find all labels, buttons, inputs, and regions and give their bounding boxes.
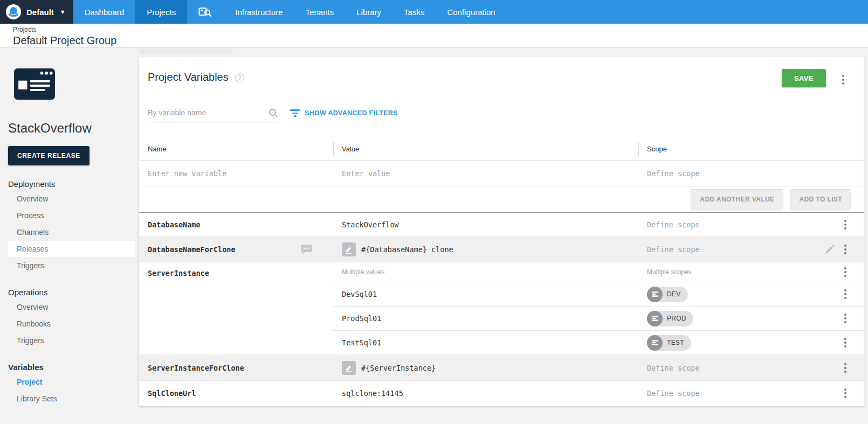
bound-value-icon <box>342 361 356 375</box>
value-row-devsql01: DevSql01 DEV <box>333 282 864 306</box>
nav-item-library[interactable]: Library <box>345 0 392 24</box>
variable-row-databasenameforclone: DatabaseNameForClone #{D <box>139 237 864 262</box>
nav-search-button[interactable] <box>187 0 224 24</box>
new-variable-scope-input[interactable] <box>647 169 796 178</box>
value-row-testsql01: TestSql01 TEST <box>333 330 864 355</box>
variable-value[interactable]: StackOverflow <box>342 220 399 229</box>
overflow-menu-button[interactable] <box>840 72 846 87</box>
sidebar-item-releases[interactable]: Releases <box>8 241 135 257</box>
scope-chip-label: PROD <box>667 315 686 322</box>
create-release-button[interactable]: CREATE RELEASE <box>8 146 89 165</box>
nav-item-tenants[interactable]: Tenants <box>294 0 346 24</box>
page-body: StackOverflow CREATE RELEASE Deployments… <box>0 47 868 424</box>
new-variable-row <box>139 161 864 186</box>
environment-icon <box>647 311 663 326</box>
variable-name[interactable]: SqlCloneUrl <box>148 389 196 398</box>
define-scope-link[interactable]: Define scope <box>647 245 700 254</box>
add-to-list-button[interactable]: ADD TO LIST <box>790 189 851 210</box>
help-icon[interactable]: ? <box>235 73 244 82</box>
define-scope-link[interactable]: Define scope <box>647 389 700 398</box>
column-header-name: Name <box>139 145 333 153</box>
variable-value[interactable]: ProdSql01 <box>342 314 381 323</box>
multiple-scopes-note: Multiple scopes <box>647 268 692 276</box>
space-switcher[interactable]: Default ▼ <box>0 0 73 24</box>
variable-value[interactable]: #{DatabaseName}_clone <box>361 245 453 254</box>
variable-row-databasename: DatabaseName StackOverflow Define scope <box>139 212 864 237</box>
sidebar-item-deployments-overview[interactable]: Overview <box>8 191 135 207</box>
column-divider <box>333 142 334 156</box>
show-advanced-filters-link[interactable]: SHOW ADVANCED FILTERS <box>290 109 398 117</box>
breadcrumb-bar: Projects Default Project Group <box>0 24 868 47</box>
nav-item-tasks[interactable]: Tasks <box>392 0 436 24</box>
nav-items: Dashboard Projects Infrastructure Tenant… <box>73 0 507 24</box>
project-sidebar: StackOverflow CREATE RELEASE Deployments… <box>0 47 139 407</box>
card-header: Project Variables ? SAVE <box>139 57 864 105</box>
section-title: Project Variables <box>148 71 229 84</box>
row-menu-button[interactable] <box>842 360 849 376</box>
variable-search-input[interactable] <box>148 105 279 122</box>
variable-row-serverinstance: ServerInstance Multiple values Multiple … <box>139 262 864 355</box>
row-menu-button[interactable] <box>842 265 849 280</box>
space-name-label: Default <box>26 8 54 17</box>
sidebar-section-deployments: Deployments <box>8 179 135 189</box>
row-menu-button[interactable] <box>842 311 849 326</box>
sidebar-item-operations-overview[interactable]: Overview <box>8 299 135 315</box>
sidebar-item-runbooks[interactable]: Runbooks <box>8 316 135 332</box>
project-name: StackOverflow <box>8 121 135 136</box>
sidebar-item-channels[interactable]: Channels <box>8 224 135 240</box>
define-scope-link[interactable]: Define scope <box>647 364 700 372</box>
row-menu-button[interactable] <box>842 217 849 233</box>
variable-name[interactable]: ServerInstanceForClone <box>148 364 244 372</box>
filter-row: SHOW ADVANCED FILTERS <box>139 105 864 137</box>
comment-icon[interactable] <box>300 244 313 255</box>
variable-value[interactable]: TestSql01 <box>342 338 381 347</box>
environment-icon <box>647 335 663 351</box>
edit-pencil-icon[interactable] <box>824 245 835 255</box>
search-icon <box>268 108 278 118</box>
page-title: Default Project Group <box>13 34 868 47</box>
sidebar-item-project-variables[interactable]: Project <box>8 374 135 390</box>
project-logo-icon <box>14 67 55 101</box>
add-buttons-row: ADD ANOTHER VALUE ADD TO LIST <box>139 186 864 212</box>
nav-item-dashboard[interactable]: Dashboard <box>73 0 135 24</box>
column-divider <box>638 142 639 156</box>
bound-value-icon <box>342 242 356 256</box>
sidebar-item-process[interactable]: Process <box>8 207 135 224</box>
save-button[interactable]: SAVE <box>782 69 826 87</box>
nav-item-configuration[interactable]: Configuration <box>436 0 506 24</box>
scope-chip-dev[interactable]: DEV <box>647 287 688 302</box>
variable-value[interactable]: sqlclone:14145 <box>342 389 403 398</box>
octopus-logo-icon <box>5 4 22 20</box>
variable-name[interactable]: DatabaseNameForClone <box>148 245 236 254</box>
column-header-value: Value <box>333 145 638 153</box>
scope-chip-test[interactable]: TEST <box>647 335 691 351</box>
new-variable-value-input[interactable] <box>342 169 624 178</box>
scope-chip-label: TEST <box>667 339 684 346</box>
row-menu-button[interactable] <box>842 242 849 258</box>
top-navbar: Default ▼ Dashboard Projects Infrastruct… <box>0 0 868 24</box>
sidebar-item-operations-triggers[interactable]: Triggers <box>8 332 135 349</box>
breadcrumb-parent-link[interactable]: Projects <box>13 26 868 34</box>
row-menu-button[interactable] <box>842 386 849 401</box>
nav-item-infrastructure[interactable]: Infrastructure <box>224 0 294 24</box>
value-row-prodsql01: ProdSql01 PROD <box>333 306 864 330</box>
row-menu-button[interactable] <box>842 287 849 302</box>
filter-icon <box>290 109 300 117</box>
scope-chip-prod[interactable]: PROD <box>647 311 693 326</box>
variable-name[interactable]: ServerInstance <box>148 269 209 277</box>
variable-name[interactable]: DatabaseName <box>148 220 201 229</box>
nav-item-projects[interactable]: Projects <box>135 0 187 24</box>
define-scope-link[interactable]: Define scope <box>647 220 700 229</box>
variable-value[interactable]: DevSql01 <box>342 290 377 298</box>
sidebar-item-deployments-triggers[interactable]: Triggers <box>8 258 135 274</box>
new-variable-name-input[interactable] <box>148 169 324 178</box>
add-another-value-button[interactable]: ADD ANOTHER VALUE <box>691 189 783 210</box>
row-menu-button[interactable] <box>842 335 849 351</box>
show-advanced-filters-label: SHOW ADVANCED FILTERS <box>305 109 398 117</box>
sidebar-item-library-sets[interactable]: Library Sets <box>8 391 135 407</box>
variable-value[interactable]: #{ServerInstance} <box>361 364 436 372</box>
search-spaces-icon <box>198 6 212 18</box>
table-header-row: Name Value Scope <box>139 137 864 161</box>
multiple-values-note: Multiple values <box>342 268 384 276</box>
variables-table: Name Value Scope ADD ANOTHER VALUE ADD T… <box>139 137 864 406</box>
